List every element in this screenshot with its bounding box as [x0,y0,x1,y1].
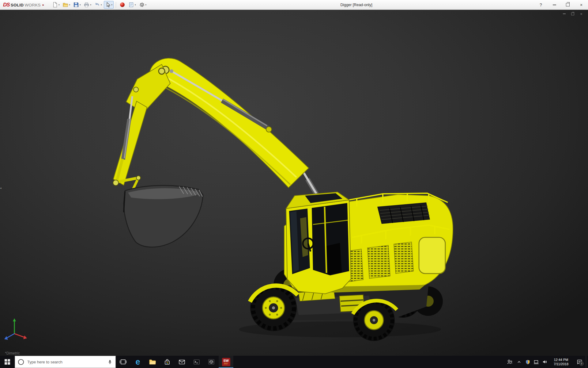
brand-name-light: WORKS [24,3,41,7]
appearance-sphere-icon [119,2,125,8]
taskbar-search[interactable] [15,356,116,368]
undo-arrow-icon [94,2,100,8]
taskbar-clock[interactable]: 12:44 PM 7/11/2018 [549,356,573,368]
task-view-button[interactable] [116,356,130,368]
show-desktop-button[interactable] [586,356,588,368]
document-close-button[interactable]: × [579,12,584,16]
restore-button[interactable] [561,0,575,10]
new-document-button[interactable]: ▾ [51,1,61,9]
boom-arm[interactable] [149,58,309,188]
save-floppy-icon [73,2,79,8]
print-button[interactable]: ▾ [82,1,92,9]
file-properties-button[interactable]: ▾ [127,1,137,9]
network-button[interactable] [532,356,541,368]
open-folder-icon [62,2,68,8]
help-button[interactable]: ? [534,0,548,10]
cab[interactable] [286,192,351,294]
windows-taskbar: e [0,356,588,368]
collapse-panel-tab[interactable]: ◂ [0,183,3,193]
open-button[interactable]: ▾ [61,1,71,9]
people-icon [507,359,513,365]
start-button[interactable] [0,356,15,368]
system-tray: 12:44 PM 7/11/2018 2 [504,356,588,368]
task-view-icon [119,358,127,366]
cortana-icon [18,359,24,365]
minimize-button[interactable] [548,0,561,10]
bucket[interactable] [124,186,203,247]
document-title: Digger [Read-only] [340,3,372,7]
3d-viewer-button[interactable] [204,356,219,368]
titlebar[interactable]: DS SOLID WORKS ▸ ▾ ▾ [0,0,588,10]
notification-badge: 2 [579,362,584,366]
collapse-arrow-icon: ◂ [0,186,2,190]
defender-button[interactable] [523,356,532,368]
select-cursor-icon [105,2,111,8]
dropdown-caret-icon[interactable]: ▾ [58,4,60,6]
file-properties-icon [128,2,134,8]
restore-icon [566,3,570,6]
shield-icon [525,359,530,365]
options-gear-icon [139,2,145,8]
volume-button[interactable] [541,356,549,368]
windows-logo-icon [5,359,10,365]
close-button[interactable]: × [575,0,588,10]
solidworks-2017-icon: SW 2017 [222,358,230,366]
document-minimize-button[interactable] [562,12,567,16]
toolbar-separator [116,2,116,8]
minimize-icon [563,13,566,14]
command-prompt-button[interactable] [189,356,204,368]
restore-icon [571,13,574,15]
new-document-icon [52,2,58,8]
model-canvas[interactable] [0,10,588,356]
microsoft-store-button[interactable] [160,356,175,368]
clock-time: 12:44 PM [554,358,568,362]
minimize-icon [553,5,556,5]
people-button[interactable] [504,356,515,368]
file-explorer-button[interactable] [145,356,160,368]
ds-logo-icon: DS [3,2,10,8]
chevron-up-icon [517,359,522,364]
edge-icon: e [135,358,140,366]
solidworks-window: DS SOLID WORKS ▸ ▾ ▾ [0,0,588,368]
command-prompt-icon [193,358,200,366]
network-icon [533,359,539,365]
file-explorer-icon [149,358,156,366]
hidden-icons-button[interactable] [515,356,523,368]
select-tool-button[interactable]: ▾ [104,1,114,9]
search-input[interactable] [27,359,105,365]
dropdown-caret-icon[interactable]: ▾ [69,4,70,6]
viewport-3d[interactable]: × ◂ *Dimetric [0,10,588,356]
undo-button[interactable]: ▾ [93,1,103,9]
dropdown-caret-icon[interactable]: ▾ [90,4,91,6]
clock-date: 7/11/2018 [554,362,568,366]
dropdown-caret-icon[interactable]: ▾ [111,4,113,6]
dropdown-caret-icon[interactable]: ▾ [135,4,136,6]
edge-browser-button[interactable]: e [130,356,145,368]
microsoft-store-icon [164,358,171,366]
stick-arm[interactable] [113,64,170,185]
action-center-button[interactable]: 2 [573,356,586,368]
orientation-triad[interactable] [4,318,27,340]
dropdown-caret-icon[interactable]: ▾ [101,4,102,6]
dropdown-caret-icon[interactable]: ▾ [80,4,81,6]
microphone-icon[interactable] [107,359,112,364]
print-icon [84,2,89,8]
save-button[interactable]: ▾ [72,1,82,9]
volume-icon [542,359,548,365]
document-window-controls: × [562,12,584,16]
solidworks-logo: DS SOLID WORKS ▸ [0,2,46,8]
view-orientation-label: *Dimetric [5,351,20,355]
menu-flyout-arrow-icon[interactable]: ▸ [43,3,44,6]
window-controls: ? × [534,0,588,10]
quick-access-toolbar: ▾ ▾ ▾ [51,0,148,10]
options-button[interactable]: ▾ [138,1,148,9]
brand-name-bold: SOLID [11,3,24,7]
dropdown-caret-icon[interactable]: ▾ [145,4,147,6]
3d-viewer-icon [208,358,215,366]
mail-button[interactable] [175,356,189,368]
appearance-button[interactable] [118,1,126,9]
mail-icon [178,358,186,366]
solidworks-app-button[interactable]: SW 2017 [219,356,233,368]
document-restore-button[interactable] [570,12,575,16]
